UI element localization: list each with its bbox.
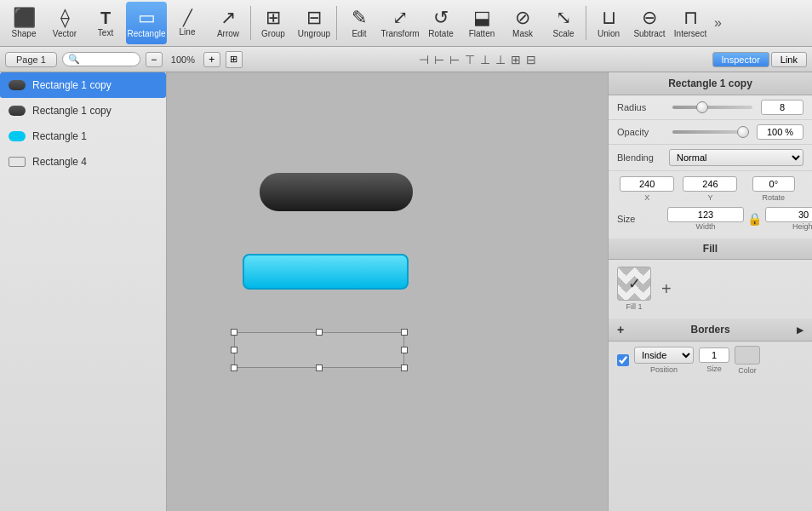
search-input[interactable] bbox=[83, 55, 134, 65]
toolbar-separator-3 bbox=[586, 6, 586, 40]
align-top-icon[interactable]: ⊤ bbox=[463, 52, 477, 67]
mask-tool[interactable]: ⊘ Mask bbox=[502, 2, 543, 44]
intersect-icon: ⊓ bbox=[683, 9, 698, 27]
shape-cyan-rectangle[interactable] bbox=[243, 254, 409, 290]
subtract-icon: ⊖ bbox=[642, 9, 657, 27]
align-left-icon[interactable]: ⊣ bbox=[417, 52, 431, 67]
plus-icon[interactable]: + bbox=[617, 323, 624, 336]
scale-tool[interactable]: ⤡ Scale bbox=[543, 2, 584, 44]
distribute-h-icon[interactable]: ⊞ bbox=[509, 52, 523, 67]
handle-mr[interactable] bbox=[401, 347, 408, 353]
page-button[interactable]: Page 1 bbox=[5, 52, 57, 67]
union-tool[interactable]: ⊔ Union bbox=[588, 2, 629, 44]
arrow-tool[interactable]: ↗ Arrow bbox=[208, 2, 249, 44]
text-tool[interactable]: T Text bbox=[85, 2, 126, 44]
align-bottom-icon[interactable]: ⊥ bbox=[494, 52, 507, 67]
border-checkbox[interactable] bbox=[617, 354, 629, 366]
size-row: Size Width 🔒 Height bbox=[609, 207, 812, 238]
inspector-button[interactable]: Inspector bbox=[712, 52, 769, 67]
handle-tl[interactable] bbox=[231, 329, 237, 336]
border-color-swatch[interactable] bbox=[735, 346, 760, 365]
border-size-col: Size bbox=[699, 347, 729, 373]
border-size-input[interactable] bbox=[699, 347, 729, 363]
borders-section-label: Borders bbox=[691, 324, 730, 336]
handle-bm[interactable] bbox=[316, 365, 323, 371]
radius-slider-thumb[interactable] bbox=[696, 101, 708, 113]
inspector-title: Rectangle 1 copy bbox=[609, 72, 812, 95]
transform-tool[interactable]: ⤢ Transform bbox=[380, 2, 420, 44]
shape-tool[interactable]: ⬛ Shape bbox=[3, 2, 44, 44]
opacity-input[interactable] bbox=[757, 124, 803, 140]
handle-tm[interactable] bbox=[316, 329, 323, 336]
opacity-slider-thumb[interactable] bbox=[737, 126, 749, 138]
line-tool[interactable]: ╱ Line bbox=[167, 2, 208, 44]
border-pos-label: Position bbox=[650, 365, 678, 374]
layer-icon-0 bbox=[9, 80, 26, 90]
vector-tool[interactable]: ⟠ Vector bbox=[44, 2, 85, 44]
border-color-label: Color bbox=[738, 366, 757, 375]
layer-name-1: Rectangle 1 copy bbox=[32, 105, 112, 117]
width-cell: Width bbox=[667, 207, 744, 231]
blending-select[interactable]: Normal bbox=[669, 149, 803, 166]
x-label: X bbox=[644, 193, 649, 202]
zoom-out-button[interactable]: − bbox=[146, 52, 163, 67]
ungroup-tool[interactable]: ⊟ Ungroup bbox=[294, 2, 335, 44]
fill-swatch[interactable] bbox=[617, 267, 651, 301]
rectangle-label: Rectangle bbox=[127, 29, 165, 38]
radius-slider-track[interactable] bbox=[672, 106, 752, 109]
radius-input[interactable] bbox=[761, 100, 803, 115]
edit-tool[interactable]: ✎ Edit bbox=[339, 2, 380, 44]
shape-dark-rectangle[interactable] bbox=[260, 173, 413, 211]
x-input[interactable] bbox=[620, 176, 674, 192]
line-icon: ╱ bbox=[183, 10, 192, 26]
zoom-in-button[interactable]: + bbox=[203, 52, 220, 67]
width-label: Width bbox=[695, 222, 715, 231]
scale-label: Scale bbox=[552, 29, 574, 38]
align-center-icon[interactable]: ⊢ bbox=[432, 52, 446, 67]
size-label: Size bbox=[617, 214, 664, 224]
rectangle-tool[interactable]: ▭ Rectangle bbox=[126, 2, 167, 44]
layer-item-0[interactable]: Rectangle 1 copy bbox=[0, 72, 166, 98]
flatten-label: Flatten bbox=[469, 29, 495, 38]
align-middle-icon[interactable]: ⊥ bbox=[478, 52, 492, 67]
rotate-tool[interactable]: ↺ Rotate bbox=[420, 2, 461, 44]
handle-ml[interactable] bbox=[231, 347, 237, 353]
border-row: Inside Position Size Color bbox=[609, 342, 812, 379]
rotate-input[interactable] bbox=[752, 176, 795, 192]
layer-item-3[interactable]: Rectangle 4 bbox=[0, 149, 166, 175]
grid-view-button[interactable]: ⊞ bbox=[226, 51, 243, 68]
handle-tr[interactable] bbox=[401, 329, 408, 336]
shape-selected-rectangle[interactable] bbox=[234, 332, 404, 368]
x-cell: X bbox=[617, 176, 677, 202]
link-button[interactable]: Link bbox=[771, 52, 807, 67]
line-label: Line bbox=[180, 27, 196, 37]
y-label: Y bbox=[707, 193, 712, 202]
y-input[interactable] bbox=[683, 176, 737, 192]
view-toggle: Inspector Link bbox=[712, 52, 807, 67]
layer-item-1[interactable]: Rectangle 1 copy bbox=[0, 98, 166, 123]
canvas[interactable] bbox=[167, 72, 608, 511]
border-position-select[interactable]: Inside bbox=[634, 347, 694, 364]
subtract-tool[interactable]: ⊖ Subtract bbox=[629, 2, 670, 44]
edit-icon: ✎ bbox=[352, 9, 367, 27]
handle-br[interactable] bbox=[401, 365, 408, 371]
mask-icon: ⊘ bbox=[515, 9, 530, 27]
lock-icon[interactable]: 🔒 bbox=[747, 212, 762, 226]
distribute-v-icon[interactable]: ⊟ bbox=[524, 52, 538, 67]
width-input[interactable] bbox=[667, 207, 744, 222]
layer-item-2[interactable]: Rectangle 1 bbox=[0, 123, 166, 149]
intersect-tool[interactable]: ⊓ Intersect bbox=[670, 2, 711, 44]
height-input[interactable] bbox=[765, 207, 812, 222]
handle-bl[interactable] bbox=[231, 365, 237, 371]
fill-section-label: Fill bbox=[703, 243, 718, 255]
group-tool[interactable]: ⊞ Group bbox=[253, 2, 294, 44]
add-fill-button[interactable]: + bbox=[661, 279, 672, 299]
layer-icon-2 bbox=[9, 131, 26, 141]
layer-icon-1 bbox=[9, 106, 26, 116]
toolbar-more-btn[interactable]: » bbox=[711, 15, 725, 31]
text-icon: T bbox=[100, 9, 111, 26]
opacity-slider-track[interactable] bbox=[672, 130, 748, 134]
align-right-icon[interactable]: ⊢ bbox=[448, 52, 461, 67]
flatten-tool[interactable]: ⬓ Flatten bbox=[461, 2, 502, 44]
chevron-right-icon[interactable]: ▶ bbox=[797, 325, 803, 335]
